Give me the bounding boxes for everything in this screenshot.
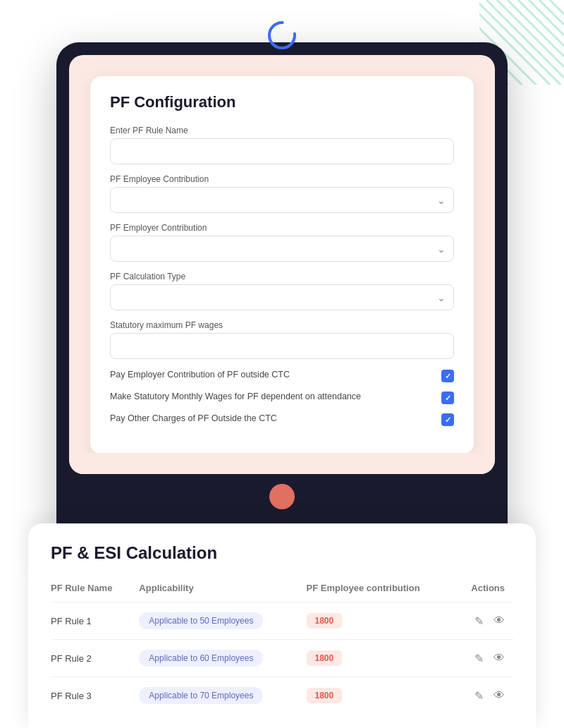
- contribution-badge: 1800: [307, 650, 343, 666]
- employee-contribution-group: PF Employee Contribution ⌄: [110, 174, 454, 213]
- employer-contribution-select-wrapper: ⌄: [110, 236, 454, 262]
- contribution-badge: 1800: [307, 613, 343, 629]
- edit-icon[interactable]: ✎: [474, 689, 484, 703]
- check-icon-3: ✓: [445, 415, 451, 425]
- cell-rule-name: PF Rule 2: [51, 640, 139, 677]
- checkbox-label-2: Make Statutory Monthly Wages for PF depe…: [110, 391, 433, 404]
- rule-name-label: Enter PF Rule Name: [110, 126, 454, 135]
- calculation-type-group: PF Calculation Type ⌄: [110, 272, 454, 310]
- page-wrapper: PF Configuration Enter PF Rule Name PF E…: [0, 0, 564, 728]
- statutory-wages-group: Statutory maximum PF wages: [110, 320, 454, 359]
- cell-rule-name: PF Rule 1: [51, 602, 139, 640]
- checkbox-label-3: Pay Other Charges of PF Outside the CTC: [110, 413, 433, 425]
- tablet-screen: PF Configuration Enter PF Rule Name PF E…: [69, 55, 495, 474]
- checkbox-label-1: Pay Employer Contribution of PF outside …: [110, 369, 433, 382]
- applicability-badge: Applicable to 60 Employees: [139, 650, 263, 667]
- checkbox-1[interactable]: ✓: [441, 370, 454, 382]
- employee-contribution-label: PF Employee Contribution: [110, 174, 454, 184]
- check-icon-2: ✓: [445, 394, 451, 403]
- statutory-wages-input[interactable]: [110, 333, 454, 359]
- cell-actions: ✎ 👁: [460, 677, 513, 715]
- employer-contribution-select[interactable]: [110, 236, 454, 262]
- pf-table: PF Rule Name Applicability PF Employee c…: [51, 577, 513, 714]
- svg-line-4: [529, 0, 564, 35]
- cell-applicability: Applicable to 60 Employees: [139, 640, 306, 677]
- cell-contribution: 1800: [307, 640, 460, 677]
- applicability-badge: Applicable to 70 Employees: [139, 687, 263, 704]
- checkbox-row-1: Pay Employer Contribution of PF outside …: [110, 369, 454, 382]
- table-row: PF Rule 3 Applicable to 70 Employees 180…: [51, 677, 513, 715]
- employee-contribution-select-wrapper: ⌄: [110, 187, 454, 213]
- cell-rule-name: PF Rule 3: [51, 677, 139, 715]
- cell-applicability: Applicable to 50 Employees: [139, 602, 306, 640]
- pf-config-card: PF Configuration Enter PF Rule Name PF E…: [90, 76, 474, 454]
- col-header-actions: Actions: [460, 577, 513, 602]
- calculation-type-select[interactable]: [110, 284, 454, 310]
- pf-esi-title: PF & ESI Calculation: [51, 543, 513, 563]
- checkbox-row-3: Pay Other Charges of PF Outside the CTC …: [110, 413, 454, 426]
- view-icon[interactable]: 👁: [494, 652, 505, 665]
- contribution-badge: 1800: [307, 688, 343, 703]
- employee-contribution-select[interactable]: [110, 187, 454, 213]
- action-icons: ✎ 👁: [460, 652, 505, 665]
- view-icon[interactable]: 👁: [494, 614, 505, 627]
- employer-contribution-group: PF Employer Contribution ⌄: [110, 223, 454, 262]
- rule-name-input[interactable]: [110, 138, 454, 164]
- table-row: PF Rule 1 Applicable to 50 Employees 180…: [51, 602, 513, 640]
- edit-icon[interactable]: ✎: [474, 652, 484, 665]
- check-icon-1: ✓: [445, 372, 451, 381]
- rule-name-group: Enter PF Rule Name: [110, 126, 454, 164]
- tablet-bottom-strip: [69, 453, 495, 474]
- applicability-badge: Applicable to 50 Employees: [139, 612, 263, 629]
- action-icons: ✎ 👁: [460, 689, 505, 703]
- col-header-contribution: PF Employee contribution: [307, 577, 460, 602]
- employer-contribution-label: PF Employer Contribution: [110, 223, 454, 233]
- cell-contribution: 1800: [307, 602, 460, 640]
- tablet-home-button[interactable]: [269, 484, 295, 509]
- calculation-type-label: PF Calculation Type: [110, 272, 454, 281]
- cell-contribution: 1800: [307, 677, 460, 715]
- col-header-applicability: Applicability: [139, 577, 306, 602]
- tablet-device: PF Configuration Enter PF Rule Name PF E…: [56, 42, 508, 552]
- cell-actions: ✎ 👁: [460, 602, 513, 640]
- table-row: PF Rule 2 Applicable to 60 Employees 180…: [51, 640, 513, 677]
- checkbox-2[interactable]: ✓: [441, 392, 454, 404]
- statutory-wages-label: Statutory maximum PF wages: [110, 320, 454, 330]
- action-icons: ✎ 👁: [460, 614, 505, 628]
- svg-point-12: [269, 23, 295, 48]
- edit-icon[interactable]: ✎: [474, 614, 484, 628]
- pf-config-title: PF Configuration: [110, 93, 454, 111]
- cell-applicability: Applicable to 70 Employees: [139, 677, 306, 715]
- deco-circle-icon: [266, 20, 298, 54]
- col-header-rule-name: PF Rule Name: [51, 577, 139, 602]
- pf-esi-card: PF & ESI Calculation PF Rule Name Applic…: [28, 523, 536, 728]
- cell-actions: ✎ 👁: [460, 640, 513, 677]
- calculation-type-select-wrapper: ⌄: [110, 284, 454, 310]
- view-icon[interactable]: 👁: [494, 689, 505, 702]
- checkbox-row-2: Make Statutory Monthly Wages for PF depe…: [110, 391, 454, 404]
- svg-line-5: [539, 0, 564, 25]
- checkbox-3[interactable]: ✓: [441, 413, 454, 426]
- table-header-row: PF Rule Name Applicability PF Employee c…: [51, 577, 513, 602]
